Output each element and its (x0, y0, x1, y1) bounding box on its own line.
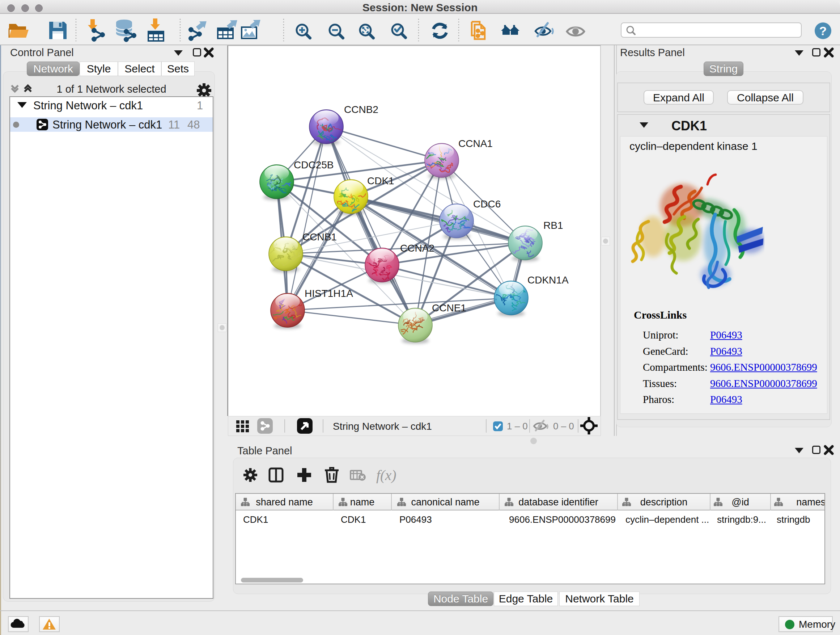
svg-text:RB1: RB1 (543, 220, 563, 231)
svg-text:f(x): f(x) (376, 467, 396, 483)
svg-text:1 – 0: 1 – 0 (507, 421, 528, 432)
svg-text:CCNA1: CCNA1 (458, 138, 493, 149)
svg-text:HIST1H1A: HIST1H1A (305, 288, 353, 299)
svg-text:CDKN1A: CDKN1A (527, 274, 569, 286)
svg-text:String Network – cdk1: String Network – cdk1 (333, 421, 432, 432)
svg-text:CDC6: CDC6 (473, 198, 501, 210)
svg-text:CCNB2: CCNB2 (344, 104, 378, 115)
svg-text:CCNB1: CCNB1 (302, 231, 337, 242)
svg-text:CDC25B: CDC25B (294, 159, 333, 171)
svg-text:CDK1: CDK1 (367, 175, 394, 187)
svg-text:0 – 0: 0 – 0 (553, 421, 574, 432)
svg-text:CCNA2: CCNA2 (400, 242, 434, 254)
svg-text:CCNE1: CCNE1 (432, 302, 466, 314)
